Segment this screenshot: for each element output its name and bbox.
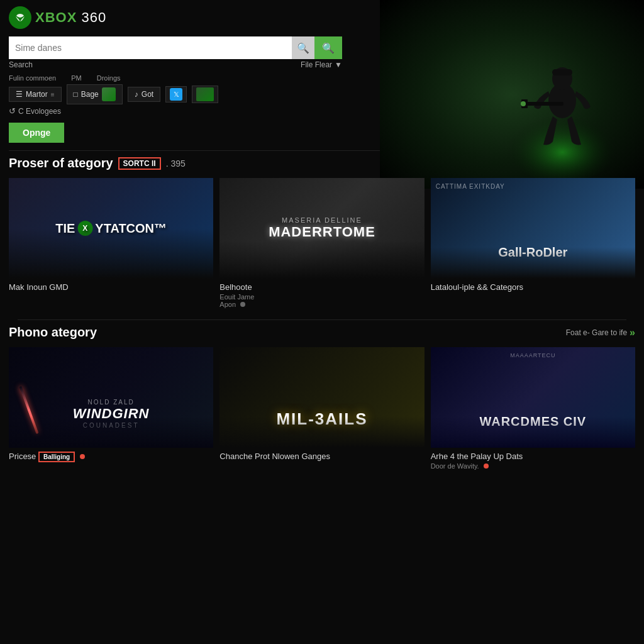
- game-thumb-4: NOLD ZALD WINDGIRN COUNADEST: [9, 347, 213, 448]
- filter-cat1: Fulin commoen: [9, 74, 56, 82]
- game-thumb-3: CATTIMA EXITKDAY Gall-RoDler: [431, 178, 635, 279]
- section1-title-area: Proser of ategory SORTC II . 395: [9, 156, 186, 170]
- twitter-icon: 𝕏: [170, 88, 182, 101]
- xbox-title: XBOX 360: [35, 9, 106, 26]
- game6-top: MAAAARTECU: [510, 352, 555, 358]
- xbox-logo: XBOX 360: [9, 6, 106, 29]
- section2-header: Phono ategory Foat e- Gare to ife »: [9, 325, 635, 340]
- section2-game-grid: NOLD ZALD WINDGIRN COUNADEST Pricese Bal…: [9, 347, 635, 471]
- search-icon-button[interactable]: 🔍: [292, 36, 314, 59]
- game1-gradient: [9, 228, 213, 279]
- game5-gradient: [219, 416, 424, 448]
- game2-name: Belhoote: [219, 282, 424, 292]
- svg-point-7: [521, 101, 526, 106]
- section1-title: Proser of ategory: [9, 156, 113, 170]
- filter-dropdown-icon: ▼: [335, 60, 342, 69]
- square-icon: □: [74, 90, 78, 99]
- filter-text: File Flear: [301, 60, 332, 69]
- game-card-3[interactable]: CATTIMA EXITKDAY Gall-RoDler Lataloul-ip…: [431, 178, 635, 309]
- game6-gradient: [431, 416, 635, 448]
- game1-name: Mak Inoun GMD: [9, 282, 213, 292]
- game3-name: Lataloul-iple && Categors: [431, 282, 635, 292]
- game-card-6[interactable]: MAAAARTECU WARCDMES CIV Arhe 4 the Palay…: [431, 347, 635, 471]
- game2-info: Belhoote Eouit Jame Apon: [219, 279, 424, 309]
- xbox-360-text: 360: [77, 9, 106, 25]
- game4-name: Pricese: [9, 452, 36, 461]
- game2-meta3-row: Apon: [219, 301, 424, 308]
- filter-tab-got[interactable]: ♪ Got: [128, 87, 160, 102]
- game-card-5[interactable]: MIL-3AILS Chanche Prot Nlowen Ganges: [219, 347, 424, 471]
- game5-name: Chanche Prot Nlowen Ganges: [219, 452, 424, 461]
- game6-name: Arhe 4 the Palay Up Dats: [431, 452, 635, 461]
- filter-cat3: Droings: [97, 74, 121, 82]
- game6-info: Arhe 4 the Palay Up Dats Door de Wavity.: [431, 448, 635, 471]
- game2-overlay: MASERIA DELLINE MADERRTOME: [269, 216, 375, 240]
- section2-see-all-arrows-icon: »: [630, 327, 635, 338]
- game-thumb-2: MASERIA DELLINE MADERRTOME: [219, 178, 424, 279]
- game-thumb-6: MAAAARTECU WARCDMES CIV: [431, 347, 635, 448]
- music-icon: ♪: [135, 90, 138, 99]
- svg-rect-5: [526, 102, 564, 106]
- divider2: [18, 319, 626, 320]
- game6-badge-dot: [484, 464, 489, 469]
- section2-see-all[interactable]: Foat e- Gare to ife »: [566, 327, 635, 338]
- xbox-text: XBOX: [35, 9, 77, 25]
- filter-tab-img[interactable]: [192, 86, 218, 103]
- game2-badge-dot: [240, 302, 245, 307]
- section2-title: Phono ategory: [9, 325, 97, 340]
- search-input[interactable]: [9, 36, 292, 59]
- hero-banner: [380, 0, 644, 189]
- game1-info: Mak Inoun GMD: [9, 279, 213, 294]
- game-card-4[interactable]: NOLD ZALD WINDGIRN COUNADEST Pricese Bal…: [9, 347, 213, 471]
- game4-top: NOLD ZALD: [9, 399, 213, 406]
- hero-character-icon: [499, 44, 625, 182]
- game-card-2[interactable]: MASERIA DELLINE MADERRTOME Belhoote Eoui…: [219, 178, 424, 309]
- game-thumb-5: MIL-3AILS: [219, 347, 424, 448]
- evolves-label: C Evologees: [18, 107, 61, 116]
- game2-meta3: Apon: [219, 301, 236, 308]
- section1-game-grid: TIE X YTATCON™ Mak Inoun GMD MASERIA DEL…: [9, 178, 635, 309]
- game2-top: MASERIA DELLINE: [269, 216, 375, 224]
- game-thumb-1: TIE X YTATCON™: [9, 178, 213, 279]
- tab3-label: Got: [142, 90, 153, 99]
- game2-gradient: [219, 241, 424, 279]
- game4-info: Pricese Balliging: [9, 448, 213, 464]
- game3-gradient: [431, 247, 635, 279]
- game2-title: MADERRTOME: [269, 224, 375, 240]
- game4-badge: Balliging: [38, 452, 75, 462]
- search-label-row: Search File Flear ▼: [9, 59, 342, 70]
- filter-tab-twitter[interactable]: 𝕏: [165, 86, 187, 103]
- game-icon: [196, 87, 214, 101]
- main-content: Proser of ategory SORTC II . 395 Faot e-…: [0, 156, 644, 471]
- filter-tab-martor[interactable]: ☰ Martor ≡: [9, 87, 62, 102]
- tab2-img: [102, 87, 116, 101]
- game4-name-row: Pricese Balliging: [9, 452, 213, 461]
- game2-meta: Eouit Jame: [219, 293, 424, 301]
- filter-tab-bage[interactable]: □ Bage: [67, 84, 123, 104]
- filter-cat2: PM: [71, 74, 82, 82]
- filter-label[interactable]: File Flear ▼: [301, 60, 342, 69]
- search-label: Search: [9, 60, 33, 69]
- game6-meta2: Door de Wavity.: [431, 462, 479, 470]
- section2-see-all-text: Foat e- Gare to ife: [566, 328, 627, 337]
- xbox-circle-icon: [9, 6, 31, 29]
- sortc-badge: SORTC II: [118, 157, 161, 170]
- section2-title-area: Phono ategory: [9, 325, 97, 340]
- svg-rect-4: [552, 69, 572, 75]
- tab2-label: Bage: [81, 90, 99, 99]
- search-row: 🔍 🔍: [9, 36, 342, 59]
- menu-icon: ☰: [16, 90, 23, 99]
- search-submit-button[interactable]: 🔍: [314, 36, 342, 59]
- tab1-label: Martor: [26, 90, 48, 99]
- game3-info: Lataloul-iple && Categors: [431, 279, 635, 294]
- game-card-1[interactable]: TIE X YTATCON™ Mak Inoun GMD: [9, 178, 213, 309]
- section1-count: . 395: [166, 158, 186, 169]
- game4-gradient: [9, 416, 213, 448]
- opnge-button[interactable]: Opnge: [9, 123, 64, 143]
- game3-top: CATTIMA EXITKDAY: [436, 183, 505, 190]
- game4-badge-dot: [80, 454, 85, 459]
- game5-info: Chanche Prot Nlowen Ganges: [219, 448, 424, 464]
- game6-meta-row: Door de Wavity.: [431, 462, 635, 470]
- game2-meta2: Eouit Jame: [219, 293, 254, 301]
